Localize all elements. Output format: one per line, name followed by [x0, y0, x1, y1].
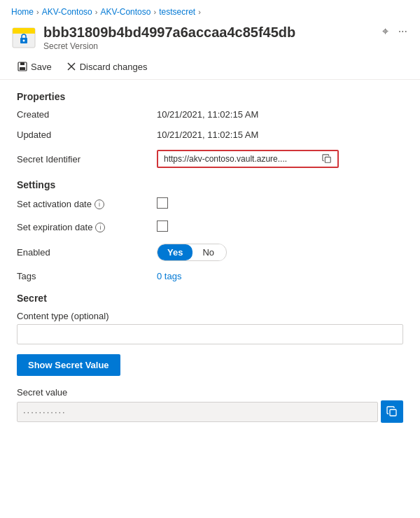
svg-rect-10: [325, 157, 330, 162]
breadcrumb-akv-contoso-2[interactable]: AKV-Contoso: [100, 7, 150, 17]
expiration-checkbox-container: [157, 220, 403, 234]
page-header: bbb31809b4bd4997a6accaa4c85f45db Secret …: [0, 21, 420, 54]
expiration-checkbox[interactable]: [157, 220, 168, 232]
save-label: Save: [31, 62, 52, 72]
svg-rect-7: [20, 67, 25, 70]
activation-row: Set activation date i: [17, 197, 403, 211]
enabled-label: Enabled: [17, 247, 157, 258]
secret-value-section: Secret value: [17, 387, 403, 423]
identifier-row: Secret Identifier https://akv-contoso.va…: [17, 150, 403, 168]
secret-value-row: [17, 400, 403, 423]
page-title: bbb31809b4bd4997a6accaa4c85f45db: [43, 24, 374, 41]
key-vault-icon: [11, 25, 36, 50]
copy-icon: [322, 154, 332, 164]
svg-rect-6: [20, 62, 24, 65]
tags-label: Tags: [17, 271, 157, 281]
toolbar: Save Discard changes: [0, 54, 420, 80]
save-icon: [17, 61, 28, 72]
expiration-info-icon: i: [95, 223, 105, 232]
tags-link[interactable]: 0 tags: [157, 271, 181, 281]
page-subtitle: Secret Version: [43, 41, 374, 51]
show-secret-button[interactable]: Show Secret Value: [17, 354, 120, 376]
secret-value-input[interactable]: [17, 402, 378, 422]
created-label: Created: [17, 109, 157, 120]
activation-info-icon: i: [94, 200, 104, 209]
main-content: Properties Created 10/21/2021, 11:02:15 …: [0, 80, 420, 434]
pin-button[interactable]: ⌖: [381, 24, 390, 39]
content-type-label: Content type (optional): [17, 311, 157, 321]
tags-row: Tags 0 tags: [17, 271, 403, 281]
svg-point-4: [23, 40, 25, 42]
save-button[interactable]: Save: [11, 58, 57, 75]
activation-checkbox[interactable]: [157, 197, 168, 209]
content-type-input[interactable]: [17, 324, 403, 344]
discard-label: Discard changes: [80, 62, 148, 72]
breadcrumb-testsecret[interactable]: testsecret: [159, 7, 195, 17]
svg-rect-11: [390, 410, 396, 416]
toggle-no-option[interactable]: No: [192, 244, 224, 260]
created-row: Created 10/21/2021, 11:02:15 AM: [17, 109, 403, 120]
identifier-value: https://akv-contoso.vault.azure....: [157, 150, 403, 168]
updated-label: Updated: [17, 130, 157, 140]
expiration-label: Set expiration date i: [17, 222, 157, 232]
toggle-yes-option[interactable]: Yes: [158, 244, 192, 260]
breadcrumb-akv-contoso-1[interactable]: AKV-Contoso: [42, 7, 92, 17]
copy-identifier-button[interactable]: [322, 154, 332, 164]
identifier-label: Secret Identifier: [17, 154, 157, 164]
identifier-box: https://akv-contoso.vault.azure....: [157, 150, 339, 168]
activation-label: Set activation date i: [17, 199, 157, 209]
secret-value-label: Secret value: [17, 387, 157, 398]
settings-section-title: Settings: [17, 179, 403, 190]
more-options-button[interactable]: ···: [397, 24, 409, 39]
enabled-row: Enabled Yes No: [17, 244, 403, 261]
created-value: 10/21/2021, 11:02:15 AM: [157, 109, 403, 120]
svg-rect-2: [13, 32, 35, 34]
breadcrumb-home[interactable]: Home: [11, 7, 34, 17]
tags-value: 0 tags: [157, 271, 403, 281]
enabled-toggle-container: Yes No: [157, 244, 403, 261]
identifier-text: https://akv-contoso.vault.azure....: [164, 154, 318, 164]
properties-section-title: Properties: [17, 91, 403, 102]
enabled-toggle: Yes No: [157, 244, 227, 261]
updated-value: 10/21/2021, 11:02:15 AM: [157, 130, 403, 140]
discard-button[interactable]: Discard changes: [60, 58, 153, 75]
updated-row: Updated 10/21/2021, 11:02:15 AM: [17, 130, 403, 140]
copy-secret-button[interactable]: [381, 400, 403, 423]
discard-icon: [66, 61, 77, 72]
secret-section-title: Secret: [17, 293, 403, 304]
activation-checkbox-container: [157, 197, 403, 211]
title-group: bbb31809b4bd4997a6accaa4c85f45db Secret …: [43, 24, 374, 51]
copy-secret-icon: [386, 406, 398, 417]
breadcrumb: Home › AKV-Contoso › AKV-Contoso › tests…: [0, 0, 420, 21]
expiration-row: Set expiration date i: [17, 220, 403, 234]
